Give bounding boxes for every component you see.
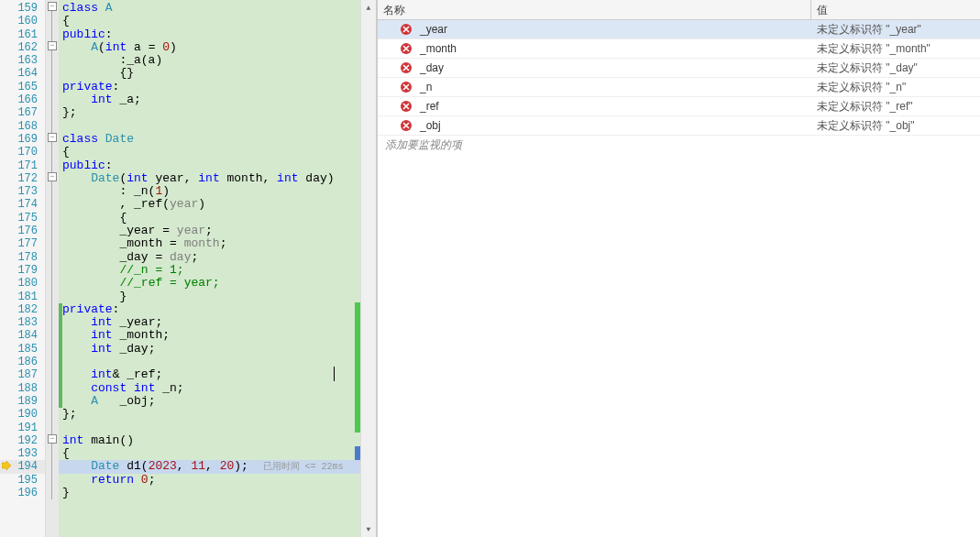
line-number[interactable]: 182 — [0, 303, 45, 316]
code-line[interactable]: { — [59, 146, 360, 159]
line-number[interactable]: 175 — [0, 212, 45, 225]
code-line[interactable]: Date(int year, int month, int day) — [59, 172, 360, 185]
code-line[interactable]: //_ref = year; — [59, 277, 360, 290]
code-line[interactable] — [59, 422, 360, 434]
code-line[interactable]: int _day; — [59, 343, 360, 356]
fold-toggle-icon[interactable]: − — [48, 133, 57, 142]
watch-row-value[interactable]: 未定义标识符 "_n" — [811, 78, 980, 96]
fold-column[interactable]: −−−−− — [46, 0, 59, 537]
code-line[interactable]: return 0; — [59, 474, 360, 487]
line-number[interactable]: 166 — [0, 93, 45, 106]
line-number[interactable]: 163 — [0, 54, 45, 67]
code-line[interactable]: int main() — [59, 434, 360, 447]
line-number[interactable]: 179 — [0, 264, 45, 277]
code-line[interactable]: _month = month; — [59, 237, 360, 250]
line-number[interactable]: 195 — [0, 474, 45, 487]
editor-scrollbar[interactable]: ▲ ▼ — [360, 0, 376, 537]
line-number[interactable]: 170 — [0, 146, 45, 159]
line-number[interactable]: 185 — [0, 343, 45, 356]
code-line[interactable]: A(int a = 0) — [59, 41, 360, 54]
fold-toggle-icon[interactable]: − — [48, 41, 57, 50]
line-number[interactable]: 169 — [0, 133, 45, 146]
line-number[interactable]: 186 — [0, 356, 45, 368]
code-line[interactable]: { — [59, 15, 360, 27]
line-number[interactable]: 164 — [0, 67, 45, 80]
code-body[interactable]: class A{public: A(int a = 0) :_a(a) {}pr… — [59, 0, 360, 537]
scroll-down-arrow[interactable]: ▼ — [361, 521, 376, 537]
code-line[interactable]: _year = year; — [59, 225, 360, 237]
line-number[interactable]: 161 — [0, 28, 45, 41]
line-number-gutter[interactable]: 1591601611621631641651661671681691701711… — [0, 0, 46, 537]
code-line[interactable]: , _ref(year) — [59, 198, 360, 211]
watch-row-value[interactable]: 未定义标识符 "_month" — [811, 39, 980, 58]
line-number[interactable]: 168 — [0, 120, 45, 133]
line-number[interactable]: 196 — [0, 487, 45, 499]
line-number[interactable]: 183 — [0, 316, 45, 329]
watch-header-value[interactable]: 值 — [811, 0, 980, 19]
code-line[interactable]: { — [59, 212, 360, 225]
code-line[interactable]: public: — [59, 159, 360, 172]
code-line[interactable]: } — [59, 290, 360, 303]
line-number[interactable]: 160 — [0, 15, 45, 27]
line-number[interactable]: 187 — [0, 368, 45, 381]
code-line[interactable]: } — [59, 487, 360, 499]
line-number[interactable]: 184 — [0, 329, 45, 342]
watch-header-name[interactable]: 名称 — [378, 0, 811, 19]
code-line[interactable]: }; — [59, 106, 360, 119]
code-line[interactable]: int _year; — [59, 316, 360, 329]
line-number[interactable]: 192 — [0, 434, 45, 447]
code-line[interactable]: Date d1(2023, 11, 20); 已用时间 <= 22ms — [59, 460, 360, 473]
scroll-up-arrow[interactable]: ▲ — [361, 0, 376, 16]
code-line[interactable]: private: — [59, 81, 360, 93]
line-number[interactable]: 191 — [0, 422, 45, 434]
code-line[interactable]: {} — [59, 67, 360, 80]
watch-row-name[interactable]: _year — [378, 20, 811, 38]
line-number[interactable]: 171 — [0, 159, 45, 172]
line-number[interactable]: 167 — [0, 106, 45, 119]
line-number[interactable]: 165 — [0, 81, 45, 93]
line-number[interactable]: 176 — [0, 225, 45, 237]
line-number[interactable]: 194 — [0, 460, 45, 473]
code-line[interactable]: }; — [59, 408, 360, 421]
fold-toggle-icon[interactable]: − — [48, 434, 57, 444]
code-line[interactable]: public: — [59, 28, 360, 41]
code-line[interactable]: class Date — [59, 133, 360, 146]
add-watch-item[interactable]: 添加要监视的项 — [378, 136, 980, 155]
watch-row-name[interactable]: _month — [378, 39, 811, 58]
watch-row[interactable]: _month未定义标识符 "_month" — [378, 39, 980, 59]
line-number[interactable]: 162 — [0, 41, 45, 54]
watch-row-value[interactable]: 未定义标识符 "_year" — [811, 20, 980, 38]
line-number[interactable]: 172 — [0, 172, 45, 185]
fold-toggle-icon[interactable]: − — [48, 172, 57, 181]
line-number[interactable]: 174 — [0, 198, 45, 211]
line-number[interactable]: 180 — [0, 277, 45, 290]
code-line[interactable]: const int _n; — [59, 382, 360, 395]
fold-toggle-icon[interactable]: − — [48, 2, 57, 11]
line-number[interactable]: 190 — [0, 408, 45, 421]
watch-row-name[interactable]: _n — [378, 78, 811, 96]
code-line[interactable]: A _obj; — [59, 395, 360, 408]
code-line[interactable]: _day = day; — [59, 251, 360, 264]
watch-row[interactable]: _day未定义标识符 "_day" — [378, 59, 980, 78]
line-number[interactable]: 193 — [0, 447, 45, 460]
watch-row-value[interactable]: 未定义标识符 "_ref" — [811, 97, 980, 115]
watch-row[interactable]: _obj未定义标识符 "_obj" — [378, 116, 980, 136]
line-number[interactable]: 189 — [0, 395, 45, 408]
watch-row[interactable]: _ref未定义标识符 "_ref" — [378, 97, 980, 116]
code-line[interactable]: { — [59, 447, 360, 460]
watch-row-value[interactable]: 未定义标识符 "_day" — [811, 59, 980, 77]
watch-row[interactable]: _n未定义标识符 "_n" — [378, 78, 980, 97]
watch-row-name[interactable]: _ref — [378, 97, 811, 115]
code-line[interactable] — [59, 356, 360, 368]
line-number[interactable]: 181 — [0, 290, 45, 303]
code-line[interactable]: class A — [59, 2, 360, 15]
line-number[interactable]: 173 — [0, 185, 45, 198]
watch-row-name[interactable]: _day — [378, 59, 811, 77]
watch-row[interactable]: _year未定义标识符 "_year" — [378, 20, 980, 39]
watch-row-name[interactable]: _obj — [378, 116, 811, 135]
code-line[interactable]: int _a; — [59, 93, 360, 106]
line-number[interactable]: 178 — [0, 251, 45, 264]
line-number[interactable]: 188 — [0, 382, 45, 395]
code-line[interactable]: private: — [59, 303, 360, 316]
code-line[interactable]: int& _ref; — [59, 368, 360, 381]
